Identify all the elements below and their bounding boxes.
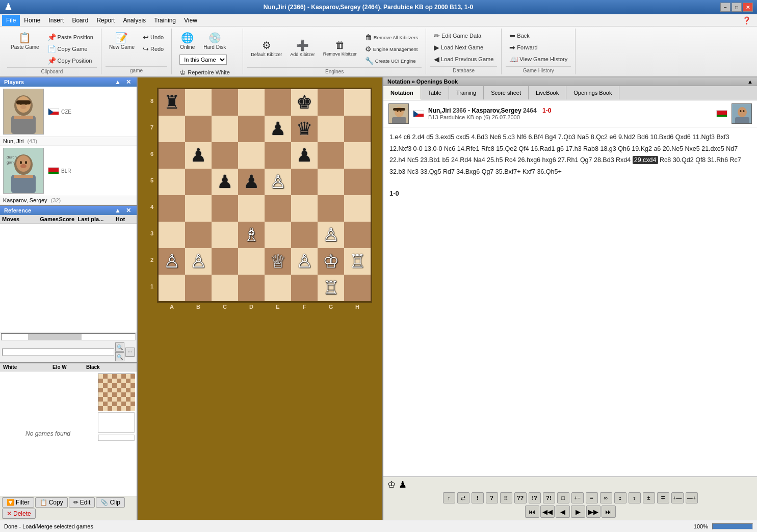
nav-back[interactable]: ◀	[556, 506, 570, 518]
sym-better-black[interactable]: ∓	[657, 492, 669, 503]
sym-slight-black[interactable]: ⩱	[629, 492, 641, 503]
sq-b5[interactable]	[185, 169, 212, 195]
sym-slight-white[interactable]: ⩲	[614, 492, 627, 503]
sym-bad[interactable]: ?	[486, 492, 498, 503]
zoom-in-btn[interactable]: 🔍	[115, 342, 124, 352]
sq-c8[interactable]	[212, 89, 238, 116]
menu-insert[interactable]: Insert	[44, 15, 68, 26]
sq-a5[interactable]	[159, 169, 185, 195]
nav-fwd-var[interactable]: ▶▶	[586, 506, 601, 518]
sq-e2[interactable]	[265, 248, 291, 275]
sq-c6[interactable]	[212, 142, 238, 169]
add-kibitzer-button[interactable]: ➕ Add Kibitzer	[286, 30, 319, 66]
sq-g3[interactable]	[318, 222, 344, 248]
sq-g7[interactable]	[318, 116, 344, 142]
undo-button[interactable]: ↩ Undo	[139, 32, 167, 43]
sym-only[interactable]: □	[557, 492, 569, 503]
sq-a2[interactable]	[159, 248, 185, 275]
menu-report[interactable]: Report	[92, 15, 119, 26]
sq-b3[interactable]	[185, 222, 212, 248]
minimize-button[interactable]: −	[720, 3, 730, 12]
nav-forward[interactable]: ▶	[571, 506, 585, 518]
filter-button[interactable]: 🔽 Filter	[2, 497, 34, 508]
sym-check[interactable]: ↑	[443, 492, 455, 503]
nav-start[interactable]: ⏮	[525, 506, 539, 518]
sq-d5[interactable]	[238, 169, 265, 195]
new-game-button[interactable]: 📝 New Game	[106, 30, 138, 52]
copy-button[interactable]: 📋 Copy	[35, 497, 68, 508]
remove-kibitzer-button[interactable]: 🗑 Remove Kibitzer	[320, 30, 360, 66]
close-button[interactable]: ✕	[743, 3, 753, 12]
sym-better-white[interactable]: ±	[643, 492, 655, 503]
position-scope-dropdown[interactable]: In this Game	[179, 55, 227, 65]
sq-h3[interactable]	[344, 222, 371, 248]
sq-a3[interactable]	[159, 222, 185, 248]
sq-h5[interactable]	[344, 169, 371, 195]
sq-h7[interactable]	[344, 116, 371, 142]
sq-f6[interactable]	[291, 142, 318, 169]
sq-b2[interactable]	[185, 248, 212, 275]
sym-unclear[interactable]: ∞	[600, 492, 612, 503]
sq-a7[interactable]	[159, 116, 185, 142]
sq-g4[interactable]	[318, 195, 344, 222]
sq-d6[interactable]	[238, 142, 265, 169]
menu-file[interactable]: File	[2, 15, 20, 26]
chess-board[interactable]	[157, 88, 372, 303]
engine-management-button[interactable]: ⚙ Engine Management	[361, 43, 422, 55]
menu-training[interactable]: Training	[150, 15, 180, 26]
sq-a1[interactable]	[159, 275, 185, 301]
menu-analysis[interactable]: Analysis	[119, 15, 150, 26]
menu-view[interactable]: View	[180, 15, 201, 26]
sq-c4[interactable]	[212, 195, 238, 222]
sq-f3[interactable]	[291, 222, 318, 248]
menu-home[interactable]: Home	[20, 15, 44, 26]
sq-d8[interactable]	[238, 89, 265, 116]
sq-b1[interactable]	[185, 275, 212, 301]
sq-g1[interactable]	[318, 275, 344, 301]
sym-brilliant[interactable]: !!	[500, 492, 512, 503]
sq-c1[interactable]	[212, 275, 238, 301]
sq-g2[interactable]	[318, 248, 344, 275]
load-next-game-button[interactable]: ▶ Load Next Game	[430, 42, 497, 53]
sq-e1[interactable]	[265, 275, 291, 301]
nav-end[interactable]: ⏭	[602, 506, 616, 518]
sq-a4[interactable]	[159, 195, 185, 222]
sq-g5[interactable]	[318, 169, 344, 195]
tab-livebook[interactable]: LiveBook	[529, 86, 566, 100]
sq-g6[interactable]	[318, 142, 344, 169]
sq-h2[interactable]	[344, 248, 371, 275]
create-uci-button[interactable]: 🔧 Create UCI Engine	[361, 55, 422, 66]
sq-f5[interactable]	[291, 169, 318, 195]
load-prev-game-button[interactable]: ◀ Load Previous Game	[430, 54, 497, 65]
sq-e8[interactable]	[265, 89, 291, 116]
sq-c5[interactable]	[212, 169, 238, 195]
in-this-game-button[interactable]: In this Game	[176, 53, 239, 66]
sq-a6[interactable]	[159, 142, 185, 169]
sq-d1[interactable]	[238, 275, 265, 301]
ref-collapse-btn[interactable]: ▲	[113, 207, 122, 214]
sq-h8[interactable]	[344, 89, 371, 116]
sq-h4[interactable]	[344, 195, 371, 222]
default-kibitzer-button[interactable]: ⚙ Default Kibitzer	[247, 30, 285, 66]
copy-game-button[interactable]: 📄 Copy Game	[44, 43, 97, 55]
sq-c2[interactable]	[212, 248, 238, 275]
sym-blunder[interactable]: ??	[514, 492, 527, 503]
edit-game-data-button[interactable]: ✏ Edit Game Data	[430, 30, 497, 41]
sq-b7[interactable]	[185, 116, 212, 142]
hard-disk-button[interactable]: 💿 Hard Disk	[200, 30, 229, 52]
sym-dubious[interactable]: ?!	[543, 492, 555, 503]
sq-e4[interactable]	[265, 195, 291, 222]
players-close-btn[interactable]: ✕	[124, 78, 133, 86]
menu-board[interactable]: Board	[68, 15, 92, 26]
edit-button[interactable]: ✏ Edit	[69, 497, 95, 508]
maximize-button[interactable]: □	[732, 3, 742, 12]
sq-d3[interactable]	[238, 222, 265, 248]
sq-d4[interactable]	[238, 195, 265, 222]
paste-position-button[interactable]: 📌 Paste Position	[44, 32, 97, 43]
ref-hscrollbar[interactable]	[1, 333, 136, 340]
highlighted-move[interactable]: 29.cxd4	[633, 156, 658, 164]
nav-back-var[interactable]: ◀◀	[540, 506, 555, 518]
tab-training[interactable]: Training	[449, 86, 484, 100]
sym-interesting[interactable]: !?	[529, 492, 541, 503]
sym-equal[interactable]: =	[586, 492, 598, 503]
